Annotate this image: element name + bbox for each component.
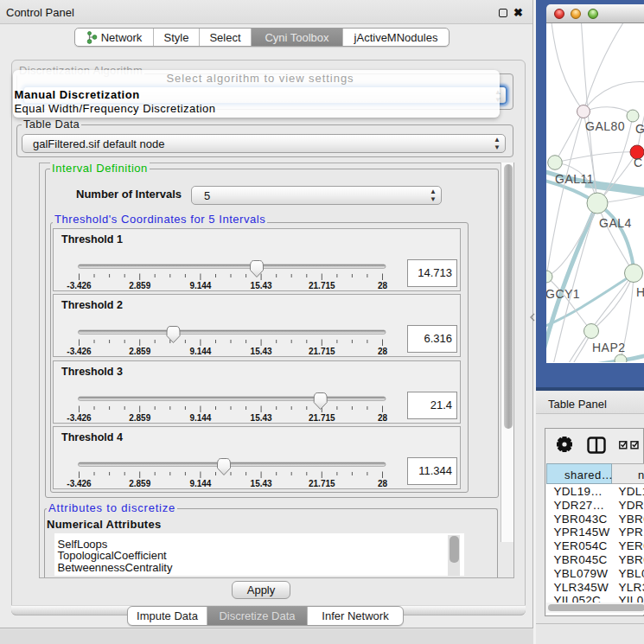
svg-text:2.859: 2.859 <box>129 478 150 488</box>
svg-text:-3.426: -3.426 <box>67 281 92 290</box>
svg-text:H: H <box>636 285 644 299</box>
svg-text:28: 28 <box>378 281 388 290</box>
svg-text:HAP2: HAP2 <box>592 341 626 354</box>
svg-text:9.144: 9.144 <box>189 281 211 290</box>
svg-text:2.859: 2.859 <box>129 347 150 356</box>
svg-text:21.715: 21.715 <box>309 478 335 488</box>
svg-text:-3.426: -3.426 <box>67 347 92 356</box>
svg-text:-3.426: -3.426 <box>67 412 92 422</box>
svg-text:GAL4: GAL4 <box>599 216 632 230</box>
svg-text:28: 28 <box>378 478 388 488</box>
svg-text:28: 28 <box>378 347 388 356</box>
svg-text:G: G <box>635 122 644 136</box>
svg-text:9.144: 9.144 <box>189 347 211 356</box>
svg-text:21.715: 21.715 <box>309 347 335 356</box>
svg-text:C: C <box>634 156 643 169</box>
svg-text:2.859: 2.859 <box>129 281 150 290</box>
svg-text:-3.426: -3.426 <box>67 478 92 488</box>
svg-text:21.715: 21.715 <box>309 412 335 422</box>
svg-text:15.43: 15.43 <box>251 281 272 290</box>
svg-text:15.43: 15.43 <box>251 412 272 422</box>
svg-text:21.715: 21.715 <box>309 281 335 290</box>
svg-text:15.43: 15.43 <box>251 478 272 488</box>
svg-text:28: 28 <box>378 412 388 422</box>
svg-text:9.144: 9.144 <box>189 478 211 488</box>
svg-text:9.144: 9.144 <box>189 412 211 422</box>
svg-text:GAL80: GAL80 <box>585 119 625 133</box>
svg-text:GAL11: GAL11 <box>555 172 594 186</box>
svg-text:2.859: 2.859 <box>129 412 150 422</box>
svg-text:GCY1: GCY1 <box>546 287 580 301</box>
svg-text:15.43: 15.43 <box>251 347 272 356</box>
